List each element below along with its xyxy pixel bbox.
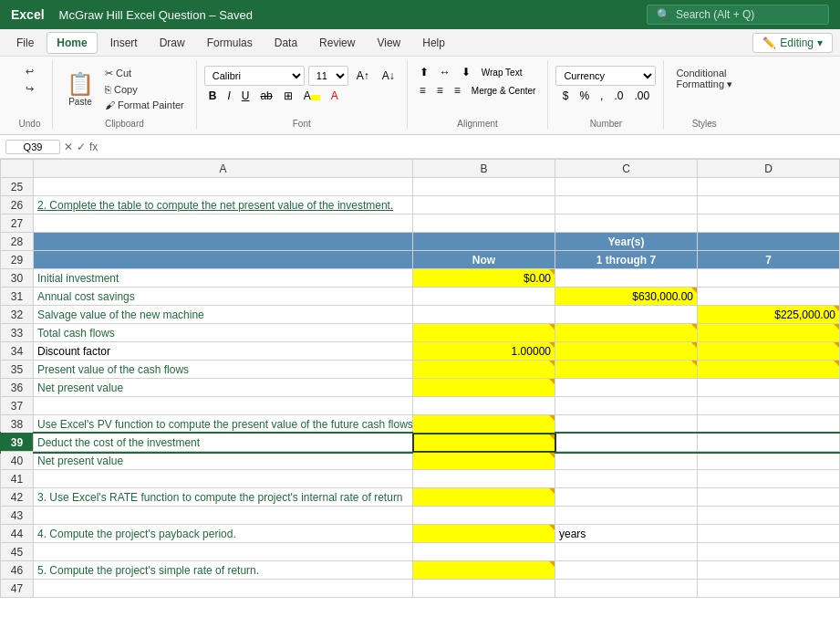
- cell-c25[interactable]: [555, 178, 698, 196]
- cell-a44[interactable]: 4. Compute the project's payback period.: [34, 525, 413, 543]
- align-left-button[interactable]: ≡: [415, 82, 430, 99]
- cell-a39[interactable]: Deduct the cost of the investment: [34, 434, 413, 452]
- cell-b40[interactable]: [413, 452, 555, 470]
- col-header-c[interactable]: C: [555, 160, 698, 178]
- col-header-a[interactable]: A: [34, 160, 413, 178]
- cell-b47[interactable]: [413, 580, 555, 598]
- cell-b26[interactable]: [413, 196, 555, 214]
- cell-a28[interactable]: [34, 233, 413, 251]
- cell-b39[interactable]: [413, 434, 555, 452]
- border-button[interactable]: ⊞: [279, 88, 297, 104]
- cell-b38[interactable]: [413, 415, 555, 434]
- cell-d41[interactable]: [698, 470, 840, 488]
- cell-b42[interactable]: [413, 488, 555, 507]
- cell-c41[interactable]: [555, 470, 698, 488]
- cell-b46[interactable]: [413, 561, 555, 580]
- col-header-d[interactable]: D: [698, 160, 840, 178]
- cell-a45[interactable]: [34, 543, 413, 561]
- cell-c28[interactable]: Year(s): [555, 233, 698, 251]
- cell-a38[interactable]: Use Excel's PV function to compute the p…: [34, 415, 413, 434]
- cell-a30[interactable]: Initial investment: [34, 269, 413, 288]
- cell-d33[interactable]: [698, 324, 840, 342]
- decrease-decimal-button[interactable]: .0: [609, 88, 627, 104]
- cell-reference-input[interactable]: [5, 140, 60, 154]
- cell-b27[interactable]: [413, 214, 555, 233]
- cell-b31[interactable]: [413, 288, 555, 306]
- formula-input[interactable]: [101, 141, 835, 153]
- cell-d26[interactable]: [698, 196, 840, 214]
- menu-review[interactable]: Review: [310, 33, 364, 53]
- cell-d34[interactable]: [698, 342, 840, 361]
- cell-b36[interactable]: [413, 379, 555, 397]
- cell-a32[interactable]: Salvage value of the new machine: [34, 306, 413, 324]
- menu-draw[interactable]: Draw: [150, 33, 194, 53]
- cell-c42[interactable]: [555, 488, 698, 507]
- copy-button[interactable]: ⎘ Copy: [100, 82, 189, 97]
- cell-b35[interactable]: [413, 361, 555, 379]
- cell-b29[interactable]: Now: [413, 251, 555, 269]
- cell-b45[interactable]: [413, 543, 555, 561]
- cell-a46[interactable]: 5. Compute the project's simple rate of …: [34, 561, 413, 580]
- font-name-select[interactable]: Calibri: [204, 66, 305, 86]
- cell-d46[interactable]: [698, 561, 840, 580]
- font-color-button[interactable]: A: [327, 88, 343, 104]
- cell-d38[interactable]: [698, 415, 840, 434]
- bold-button[interactable]: B: [204, 88, 222, 104]
- insert-function-button[interactable]: fx: [89, 141, 98, 153]
- cell-d31[interactable]: [698, 288, 840, 306]
- cell-b25[interactable]: [413, 178, 555, 196]
- cell-c44[interactable]: years: [555, 525, 698, 543]
- cell-b41[interactable]: [413, 470, 555, 488]
- cell-d40[interactable]: [698, 452, 840, 470]
- cell-d28[interactable]: [698, 233, 840, 251]
- cell-c27[interactable]: [555, 214, 698, 233]
- cell-c47[interactable]: [555, 580, 698, 598]
- redo-button[interactable]: ↪: [21, 81, 38, 97]
- editing-button[interactable]: ✏️ Editing ▾: [752, 33, 833, 53]
- menu-home[interactable]: Home: [47, 32, 97, 54]
- cell-a31[interactable]: Annual cost savings: [34, 288, 413, 306]
- underline-button[interactable]: U: [237, 88, 254, 104]
- menu-insert[interactable]: Insert: [101, 33, 147, 53]
- italic-button[interactable]: I: [223, 88, 234, 104]
- cell-d44[interactable]: [698, 525, 840, 543]
- cell-d45[interactable]: [698, 543, 840, 561]
- cell-c29[interactable]: 1 through 7: [555, 251, 698, 269]
- cell-d37[interactable]: [698, 397, 840, 415]
- cell-c33[interactable]: [555, 324, 698, 342]
- cell-b44[interactable]: [413, 525, 555, 543]
- cell-a47[interactable]: [34, 580, 413, 598]
- cell-c35[interactable]: [555, 361, 698, 379]
- merge-center-button[interactable]: Merge & Center: [467, 84, 541, 98]
- cell-d36[interactable]: [698, 379, 840, 397]
- cell-a37[interactable]: [34, 397, 413, 415]
- cell-a42[interactable]: 3. Use Excel's RATE function to compute …: [34, 488, 413, 507]
- menu-file[interactable]: File: [7, 33, 43, 53]
- conditional-formatting-button[interactable]: ConditionalFormatting ▾: [671, 66, 737, 92]
- cell-c31[interactable]: $630,000.00: [555, 288, 698, 306]
- cell-a35[interactable]: Present value of the cash flows: [34, 361, 413, 379]
- cell-b32[interactable]: [413, 306, 555, 324]
- cell-b34[interactable]: 1.00000: [413, 342, 555, 361]
- cell-d27[interactable]: [698, 214, 840, 233]
- number-format-select[interactable]: Currency General Number Percentage: [555, 66, 656, 86]
- dollar-button[interactable]: $: [558, 88, 574, 104]
- cell-c36[interactable]: [555, 379, 698, 397]
- cell-d35[interactable]: [698, 361, 840, 379]
- cell-c46[interactable]: [555, 561, 698, 580]
- undo-button[interactable]: ↩: [21, 64, 38, 79]
- increase-font-button[interactable]: A↑: [352, 68, 374, 84]
- cell-a43[interactable]: [34, 507, 413, 525]
- wrap-text-button[interactable]: Wrap Text: [477, 66, 527, 79]
- cell-c30[interactable]: [555, 269, 698, 288]
- cell-d32[interactable]: $225,000.00: [698, 306, 840, 324]
- search-box[interactable]: 🔍 Search (Alt + Q): [647, 5, 829, 25]
- percent-button[interactable]: %: [575, 88, 594, 104]
- cut-button[interactable]: ✂ Cut: [100, 66, 189, 81]
- cell-a36[interactable]: Net present value: [34, 379, 413, 397]
- cell-a25[interactable]: [34, 178, 413, 196]
- cell-b33[interactable]: [413, 324, 555, 342]
- align-right-button[interactable]: ≡: [450, 82, 465, 99]
- col-header-b[interactable]: B: [413, 160, 555, 178]
- spreadsheet[interactable]: A B C D 25 26 2. Complete the table to c…: [0, 159, 840, 638]
